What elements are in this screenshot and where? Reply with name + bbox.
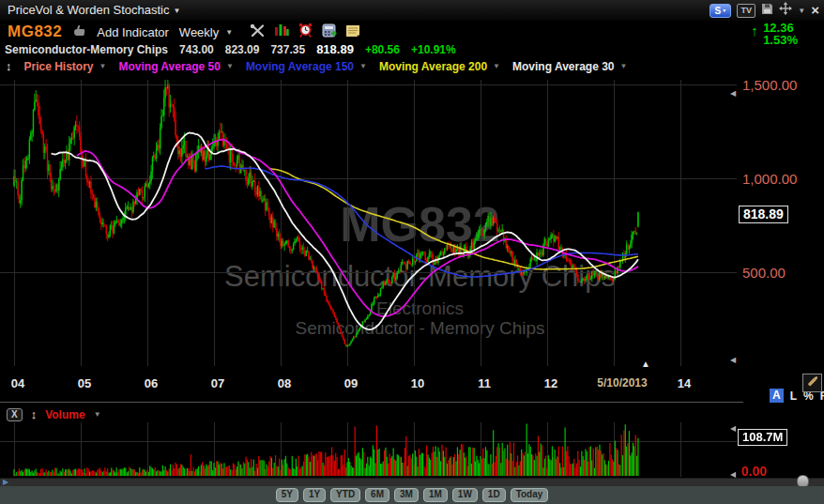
chevron-down-icon: ▼ (173, 7, 180, 15)
range-button-5y[interactable]: 5Y (276, 488, 298, 502)
range-button-3m[interactable]: 3M (394, 488, 419, 502)
horizontal-scrollbar[interactable] (0, 478, 824, 486)
day-change-block: ↑ 12.36 1.53% (763, 22, 798, 46)
x-axis-year-label: 05 (78, 376, 91, 390)
volume-pane-header: X ↕ Volume ▼ (7, 407, 101, 421)
calculator-icon[interactable] (322, 23, 337, 41)
axis-marker-icon: ◀ (730, 424, 736, 433)
chevron-down-icon: ▼ (359, 62, 367, 70)
legend-label: Moving Average 200 (379, 60, 487, 73)
volume-pane-title[interactable]: Volume (45, 408, 84, 421)
alarm-icon[interactable] (298, 23, 313, 41)
legend-label: Moving Average 150 (246, 60, 354, 73)
x-axis-year-label: 09 (344, 376, 358, 390)
x-axis-year-label: 07 (211, 376, 224, 390)
price-axis-tick: 1,500.00 (742, 77, 797, 93)
last-price-box: 818.89 (739, 206, 788, 223)
legend-label: Price History (24, 60, 94, 73)
x-axis-year-label: 08 (278, 376, 291, 390)
legend-item-price-history[interactable]: Price History▼ (24, 60, 107, 73)
scrollbar-arrow-icon[interactable]: ▶ (3, 478, 8, 486)
price-chart-pane: MG832 Semiconductor-Memory Chips Electro… (0, 80, 737, 366)
day-change-percent: 1.53% (763, 34, 798, 46)
x-axis-year-label: 11 (478, 376, 491, 390)
app-window: PriceVol & Worden Stochastic▼ S▼ TV ▼ × … (0, 0, 824, 504)
legend-row: ↕ Price History▼ Moving Average 50▼ Movi… (6, 59, 627, 73)
chevron-down-icon: ▼ (493, 62, 500, 70)
x-axis-year-label: 06 (145, 376, 158, 390)
range-button-1m[interactable]: 1M (423, 488, 448, 502)
price-chart-canvas[interactable] (0, 80, 737, 366)
last-value: 818.89 (316, 42, 354, 56)
chevron-down-icon: ▼ (722, 8, 726, 13)
toolbar-icons (249, 23, 360, 41)
legend-item-ma150[interactable]: Moving Average 150▼ (246, 60, 367, 73)
chevron-down-icon: ▼ (94, 410, 101, 419)
updown-arrows-icon[interactable]: ↕ (31, 407, 38, 421)
price-axis-tick: 500.00 (742, 265, 786, 281)
x-axis-year-label: 14 (678, 376, 691, 390)
legend-label: Moving Average 30 (512, 60, 614, 73)
hand-icon[interactable] (72, 23, 86, 40)
volume-zero-label: 0.00 (741, 464, 767, 479)
volume-last-box: 108.7M (738, 429, 787, 446)
tools-icon[interactable] (249, 23, 266, 41)
chevron-down-icon: ▼ (620, 62, 628, 70)
notes-icon[interactable] (345, 23, 360, 40)
chevron-down-icon: ▼ (226, 62, 234, 70)
range-button-1d[interactable]: 1D (482, 488, 506, 502)
legend-item-ma200[interactable]: Moving Average 200▼ (379, 60, 500, 73)
security-name: Semiconductor-Memory Chips (5, 43, 168, 56)
chevron-down-icon[interactable]: ▼ (798, 7, 805, 15)
legend-item-ma30[interactable]: Moving Average 30▼ (512, 60, 627, 73)
symbol-label[interactable]: MG832 (8, 23, 62, 41)
low-value: 737.35 (270, 43, 305, 56)
range-button-bar: 5Y 1Y YTD 6M 3M 1M 1W 1D Today (0, 486, 824, 504)
x-axis: 0405060708091011125/10/201314 (0, 376, 741, 391)
add-indicator-button[interactable]: Add Indicator (97, 25, 169, 39)
volume-chart-canvas[interactable] (0, 422, 737, 477)
range-button-today[interactable]: Today (511, 488, 549, 502)
timeframe-dropdown[interactable]: Weekly ▼ (179, 25, 233, 39)
x-axis-year-label: 12 (544, 376, 557, 390)
x-axis-year-label: 04 (11, 376, 24, 390)
toolbar: MG832 Add Indicator Weekly ▼ (8, 22, 360, 42)
range-button-1w[interactable]: 1W (452, 488, 478, 502)
price-axis-tick: 1,000.00 (742, 171, 797, 187)
close-icon[interactable]: × (811, 4, 819, 17)
chart-bars-icon[interactable] (274, 23, 289, 40)
tv-button[interactable]: TV (737, 4, 755, 18)
chevron-down-icon: ▼ (225, 28, 233, 37)
title-bar: PriceVol & Worden Stochastic▼ S▼ TV ▼ × (0, 0, 824, 21)
save-icon[interactable] (761, 2, 773, 19)
range-button-6m[interactable]: 6M (365, 488, 389, 502)
up-arrow-icon: ↑ (751, 24, 758, 37)
scale-log-button[interactable]: L (790, 389, 797, 403)
x-axis-year-label: 10 (411, 376, 424, 390)
high-value: 823.09 (225, 43, 260, 56)
change-value: +80.56 (365, 43, 400, 56)
volume-close-button[interactable]: X (7, 408, 23, 421)
scan-button[interactable]: S▼ (710, 4, 731, 18)
timeframe-label: Weekly (179, 25, 219, 39)
open-value: 743.00 (179, 43, 214, 56)
tv-button-label: TV (741, 6, 753, 15)
chart-layout-title: PriceVol & Worden Stochastic (8, 3, 169, 17)
x-axis-date-label: 5/10/2013 (597, 376, 647, 389)
legend-item-ma50[interactable]: Moving Average 50▼ (118, 60, 233, 73)
window-controls: S▼ TV ▼ × (710, 3, 819, 18)
chart-layout-dropdown[interactable]: PriceVol & Worden Stochastic▼ (8, 3, 180, 17)
legend-label: Moving Average 50 (118, 60, 220, 73)
pencil-icon (806, 374, 819, 391)
move-icon[interactable] (779, 2, 792, 19)
draw-pencil-button[interactable] (802, 374, 822, 392)
scan-button-label: S (715, 6, 722, 16)
updown-arrows-icon[interactable]: ↕ (6, 59, 12, 73)
chevron-down-icon: ▼ (99, 62, 107, 70)
quote-row: Semiconductor-Memory Chips 743.00 823.09… (5, 42, 456, 56)
change-percent-value: +10.91% (411, 43, 456, 56)
range-button-ytd[interactable]: YTD (330, 488, 360, 502)
range-button-1y[interactable]: 1Y (303, 488, 326, 502)
pane-divider (0, 402, 743, 403)
scale-arithmetic-button[interactable]: A (770, 389, 784, 403)
